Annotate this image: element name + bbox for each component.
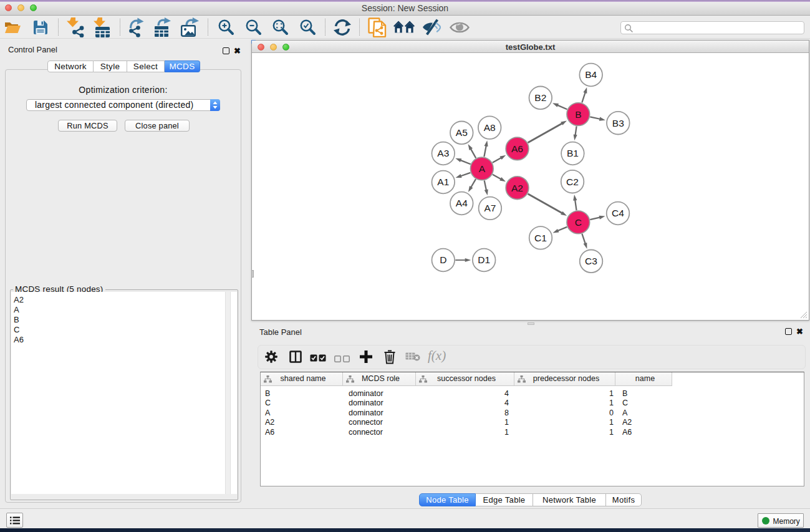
svg-text:C1: C1 [534, 233, 547, 243]
svg-text:A5: A5 [456, 127, 468, 138]
svg-text:C3: C3 [585, 256, 597, 266]
svg-text:B3: B3 [612, 118, 624, 128]
svg-text:A7: A7 [484, 203, 496, 213]
svg-text:C4: C4 [612, 208, 624, 218]
svg-text:A6: A6 [511, 143, 523, 154]
svg-text:A4: A4 [456, 198, 468, 208]
svg-text:D: D [440, 254, 446, 265]
svg-text:C: C [575, 217, 582, 228]
svg-text:A1: A1 [437, 177, 449, 187]
svg-text:B4: B4 [585, 69, 597, 80]
svg-text:A: A [479, 163, 486, 174]
svg-text:B1: B1 [567, 148, 579, 158]
svg-text:D1: D1 [478, 254, 490, 265]
svg-text:B: B [575, 109, 581, 120]
svg-text:B2: B2 [534, 92, 546, 103]
svg-text:A3: A3 [437, 148, 449, 158]
svg-text:A8: A8 [484, 122, 496, 133]
svg-text:A2: A2 [511, 183, 523, 193]
svg-text:C2: C2 [566, 177, 579, 187]
